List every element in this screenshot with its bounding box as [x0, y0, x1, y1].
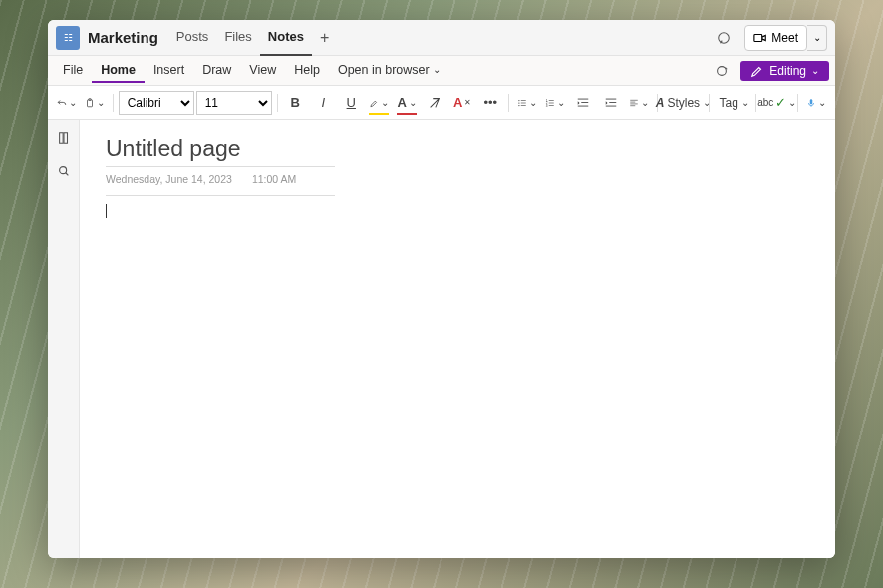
svg-rect-17 [578, 98, 589, 99]
svg-rect-15 [549, 102, 554, 103]
increase-indent-button[interactable] [598, 90, 624, 116]
svg-rect-20 [606, 98, 617, 99]
menu-file[interactable]: File [54, 59, 92, 83]
dictate-button[interactable]: ⌄ [803, 90, 829, 116]
menu-help[interactable]: Help [285, 59, 329, 83]
menubar: File Home Insert Draw View Help Open in … [48, 56, 835, 86]
font-family-select[interactable]: Calibri [119, 91, 194, 115]
svg-point-7 [518, 104, 519, 105]
content-area: Untitled page Wednesday, June 14, 2023 1… [48, 120, 835, 558]
svg-rect-25 [630, 103, 638, 104]
svg-point-31 [59, 167, 66, 174]
highlight-button[interactable]: ⌄ [366, 90, 392, 116]
clipboard-button[interactable]: ⌄ [82, 90, 108, 116]
svg-rect-9 [521, 102, 526, 103]
menu-view[interactable]: View [240, 59, 285, 83]
svg-rect-21 [609, 102, 616, 103]
bold-button[interactable]: B [282, 90, 308, 116]
team-name: Marketing [88, 29, 158, 46]
italic-button[interactable]: I [310, 90, 336, 116]
svg-rect-14 [549, 100, 554, 101]
add-tab-button[interactable]: + [312, 29, 337, 47]
svg-rect-30 [64, 133, 68, 144]
svg-rect-26 [630, 105, 635, 106]
search-icon[interactable] [52, 159, 76, 183]
svg-rect-24 [630, 101, 635, 102]
note-page[interactable]: Untitled page Wednesday, June 14, 2023 1… [80, 120, 835, 558]
numbered-list-button[interactable]: 123⌄ [542, 90, 568, 116]
svg-text:3: 3 [546, 103, 548, 107]
nav-pages-icon[interactable] [52, 126, 76, 149]
chat-icon[interactable] [711, 25, 736, 51]
svg-rect-23 [630, 99, 638, 100]
more-formatting-button[interactable]: ••• [477, 90, 503, 116]
svg-point-5 [518, 99, 519, 100]
styles-button[interactable]: AStyles⌄ [663, 90, 705, 116]
clear-formatting-button[interactable] [422, 90, 447, 116]
svg-rect-3 [88, 99, 93, 106]
font-color-button[interactable]: A⌄ [394, 90, 420, 116]
font-size-select[interactable]: 11 [196, 91, 272, 115]
undo-button[interactable]: ⌄ [54, 90, 80, 116]
tag-button[interactable]: Tag⌄ [715, 90, 751, 116]
page-meta: Wednesday, June 14, 2023 11:00 AM [106, 167, 335, 196]
svg-rect-28 [810, 99, 813, 104]
team-avatar-icon: ☷ [56, 26, 80, 50]
bullet-list-button[interactable]: ⌄ [514, 90, 540, 116]
editing-label: Editing [769, 64, 806, 78]
menu-home[interactable]: Home [92, 59, 145, 83]
svg-point-2 [718, 66, 727, 75]
svg-rect-1 [754, 34, 762, 41]
svg-rect-16 [549, 105, 554, 106]
meet-button[interactable]: Meet [744, 25, 807, 51]
svg-rect-10 [521, 105, 526, 106]
left-rail [48, 120, 80, 558]
svg-point-6 [518, 102, 519, 103]
menu-draw[interactable]: Draw [193, 59, 240, 83]
meet-label: Meet [771, 31, 798, 45]
svg-rect-19 [578, 105, 589, 106]
page-time: 11:00 AM [252, 173, 296, 185]
tab-files[interactable]: Files [216, 20, 259, 56]
titlebar: ☷ Marketing Posts Files Notes + Meet ⌄ [48, 20, 835, 56]
spellcheck-button[interactable]: abc✓⌄ [761, 90, 792, 116]
menu-open-in-browser[interactable]: Open in browser⌄ [329, 59, 449, 83]
menu-insert[interactable]: Insert [145, 59, 193, 83]
format-painter-button[interactable]: A✕ [449, 90, 475, 116]
share-icon[interactable] [709, 58, 735, 84]
toolbar: ⌄ ⌄ Calibri 11 B I U ⌄ A⌄ A✕ ••• ⌄ 123⌄ … [48, 86, 835, 120]
tab-notes[interactable]: Notes [260, 20, 312, 56]
text-cursor [106, 204, 107, 218]
page-title-input[interactable]: Untitled page [106, 132, 335, 167]
svg-rect-22 [606, 105, 617, 106]
editing-mode-button[interactable]: Editing ⌄ [740, 61, 829, 81]
svg-rect-29 [59, 133, 63, 144]
tab-posts[interactable]: Posts [168, 20, 217, 56]
svg-rect-18 [581, 102, 588, 103]
svg-rect-8 [521, 100, 526, 101]
align-button[interactable]: ⌄ [626, 90, 652, 116]
page-date: Wednesday, June 14, 2023 [106, 173, 232, 185]
underline-button[interactable]: U [338, 90, 364, 116]
app-window: ☷ Marketing Posts Files Notes + Meet ⌄ F… [48, 20, 835, 558]
decrease-indent-button[interactable] [570, 90, 596, 116]
meet-dropdown[interactable]: ⌄ [807, 25, 827, 51]
svg-point-0 [719, 32, 730, 43]
